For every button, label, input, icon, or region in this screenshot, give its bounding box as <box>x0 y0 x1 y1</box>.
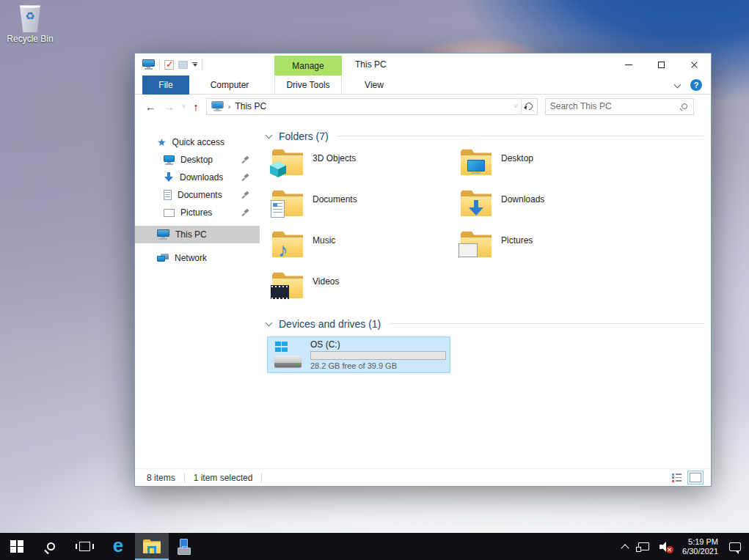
close-button[interactable] <box>678 54 711 75</box>
ribbon-tab-row: File Computer View Drive Tools ? <box>135 75 711 95</box>
folders-section-header[interactable]: Folders (7) <box>265 129 705 143</box>
sidebar-item-desktop[interactable]: Desktop <box>135 151 260 169</box>
drive-tile-os-c[interactable]: OS (C:) 28.2 GB free of 39.9 GB <box>267 336 450 373</box>
status-bar: 8 items 1 item selected <box>135 468 711 486</box>
clock-time: 5:19 PM <box>688 537 718 546</box>
cube-3d-icon <box>270 161 286 177</box>
start-button[interactable] <box>0 533 34 560</box>
folder-tile-3d-objects[interactable]: 3D Objects <box>265 147 453 188</box>
window-title: This PC <box>355 54 387 75</box>
recycle-bin[interactable]: ♻ Recycle Bin <box>6 4 54 44</box>
search-box[interactable] <box>545 98 694 115</box>
sidebar-item-downloads[interactable]: Downloads <box>135 169 260 186</box>
refresh-button[interactable] <box>522 98 538 115</box>
notification-icon <box>729 542 741 551</box>
sidebar-item-pictures[interactable]: Pictures <box>135 204 260 221</box>
taskbar-edge-button[interactable]: e <box>101 533 135 560</box>
folder-icon <box>272 190 303 216</box>
task-view-button[interactable] <box>67 533 101 560</box>
folder-icon <box>461 231 492 257</box>
maximize-button[interactable] <box>645 54 678 75</box>
volume-muted-icon <box>660 542 671 552</box>
taskbar-search-button[interactable] <box>34 533 67 560</box>
folders-grid: 3D Objects Desktop Documents Downloads <box>265 147 705 312</box>
explorer-window: Manage This PC File Computer View Drive … <box>134 53 712 487</box>
search-input[interactable] <box>550 101 682 111</box>
quick-access-toolbar <box>142 56 202 73</box>
taskbar: e 5:19 PM 6/30/2021 <box>0 533 749 560</box>
folder-tile-videos[interactable]: Videos <box>265 270 453 312</box>
this-pc-icon <box>211 101 223 111</box>
folder-tile-documents[interactable]: Documents <box>265 188 453 229</box>
sidebar-item-documents[interactable]: Documents <box>135 186 260 204</box>
recent-locations-icon[interactable]: ˅ <box>182 103 186 110</box>
folder-tile-pictures[interactable]: Pictures <box>453 229 642 270</box>
downloads-icon <box>164 172 174 183</box>
refresh-icon <box>524 101 534 111</box>
address-dropdown-icon[interactable]: ˅ <box>514 103 518 110</box>
windows-logo-icon <box>275 342 288 352</box>
music-note-icon: ♪ <box>278 240 288 260</box>
properties-qat-button[interactable] <box>164 60 174 70</box>
expand-ribbon-icon[interactable] <box>674 81 682 89</box>
tab-file[interactable]: File <box>142 75 189 95</box>
desktop-icon <box>164 155 175 164</box>
show-hidden-icons-button[interactable] <box>617 533 633 560</box>
devices-section-header[interactable]: Devices and drives (1) <box>265 317 705 331</box>
breadcrumb-separator: › <box>228 102 231 111</box>
folder-icon <box>461 190 492 216</box>
recycle-bin-icon: ♻ <box>18 4 42 32</box>
collapse-section-icon <box>266 132 273 139</box>
folder-tile-music[interactable]: ♪ Music <box>265 229 453 270</box>
recycle-bin-label: Recycle Bin <box>6 34 54 44</box>
minimize-icon <box>625 65 632 65</box>
windows-logo-icon <box>10 540 23 553</box>
forward-button[interactable]: → <box>164 100 175 113</box>
ethernet-icon <box>638 542 649 550</box>
minimize-button[interactable] <box>612 54 645 75</box>
folder-tile-desktop[interactable]: Desktop <box>453 147 642 188</box>
tab-view[interactable]: View <box>355 75 393 95</box>
navigation-row: ← → ˅ ↑ › This PC ˅ <box>135 95 711 118</box>
taskbar-clock[interactable]: 5:19 PM 6/30/2021 <box>676 533 724 560</box>
folder-icon <box>272 272 303 298</box>
large-icons-view-icon <box>690 473 701 482</box>
details-view-button[interactable] <box>668 471 684 485</box>
large-icons-view-button[interactable] <box>687 471 704 485</box>
monitor-icon <box>467 160 485 174</box>
new-folder-qat-button[interactable] <box>178 61 188 69</box>
sidebar-item-quick-access[interactable]: ★ Quick access <box>135 133 260 151</box>
navigation-pane: ★ Quick access Desktop Downloads Documen… <box>135 119 260 468</box>
volume-tray-button[interactable] <box>654 533 676 560</box>
manage-contextual-group[interactable]: Manage <box>274 56 342 75</box>
up-button[interactable]: ↑ <box>193 100 199 113</box>
folder-icon <box>461 149 492 175</box>
network-tray-button[interactable] <box>633 533 654 560</box>
action-center-button[interactable] <box>724 533 749 560</box>
recycle-symbol-icon: ♻ <box>18 10 42 21</box>
title-bar[interactable]: Manage This PC <box>135 54 711 75</box>
help-button[interactable]: ? <box>690 79 702 91</box>
sidebar-item-this-pc[interactable]: This PC <box>135 226 260 243</box>
documents-icon <box>164 190 172 200</box>
selection-count: 1 item selected <box>194 473 253 483</box>
folder-tile-downloads[interactable]: Downloads <box>453 188 642 229</box>
sidebar-item-network[interactable]: Network <box>135 249 260 267</box>
clock-date: 6/30/2021 <box>682 547 718 556</box>
file-explorer-icon <box>143 539 161 553</box>
address-bar[interactable]: › This PC ˅ <box>206 98 522 115</box>
document-page-icon <box>271 200 285 218</box>
close-icon <box>690 61 698 69</box>
breadcrumb-this-pc[interactable]: This PC <box>235 101 266 111</box>
pin-icon <box>242 156 249 163</box>
back-button[interactable]: ← <box>145 100 156 113</box>
maximize-icon <box>658 62 665 68</box>
customize-qat-button[interactable] <box>192 62 197 67</box>
tab-computer[interactable]: Computer <box>197 75 263 95</box>
taskbar-file-explorer-button[interactable] <box>135 533 169 560</box>
taskbar-server-manager-button[interactable] <box>169 533 202 560</box>
drive-name: OS (C:) <box>310 339 446 350</box>
tab-drive-tools[interactable]: Drive Tools <box>274 75 342 95</box>
search-icon <box>682 103 687 109</box>
quick-access-star-icon: ★ <box>157 137 167 147</box>
